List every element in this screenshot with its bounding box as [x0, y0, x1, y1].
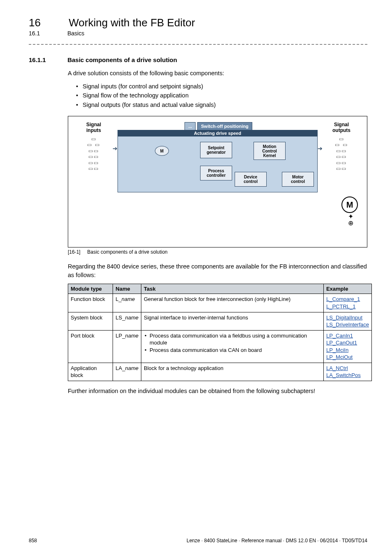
- cell-task: Process data communication via a fieldbu…: [141, 330, 324, 363]
- subsection-number: 16.1: [29, 30, 66, 37]
- name-italic: name: [122, 296, 135, 302]
- example-link[interactable]: L_PCTRL_1: [326, 303, 356, 310]
- motor-symbol-small: M: [155, 146, 169, 156]
- drive-solution-diagram: Signal inputs ▭▭ ▭▭▭▭▭▭▭▭▭ ➔ ➔ ... Switc…: [68, 116, 367, 247]
- actuating-panel-title: Actuating drive speed: [118, 130, 318, 136]
- chapter-number: 16: [29, 16, 66, 29]
- cell-example: LS_DigitalInput LS_DriveInterface: [323, 312, 371, 330]
- bullet-item: Signal flow of the technology applicatio…: [76, 91, 367, 100]
- cell-module-type: Application block: [68, 363, 113, 381]
- task-bullet: Process data communication via a fieldbu…: [150, 332, 321, 347]
- example-link[interactable]: LS_DigitalInput: [326, 314, 362, 321]
- page-footer: 858 Lenze · 8400 StateLine · Reference m…: [29, 538, 367, 543]
- intro-paragraph: A drive solution consists of the followi…: [68, 69, 367, 78]
- cell-name: L_name: [113, 294, 141, 312]
- tab-switch-off: Switch-off positioning: [197, 122, 252, 130]
- output-terminal-icons: ▭▭ ▭▭▭▭▭▭▭▭▭: [323, 136, 360, 171]
- process-controller-block: Process controller: [200, 166, 232, 180]
- tab-ellipsis: ...: [184, 122, 196, 130]
- figure-caption: [16-1] Basic components of a drive solut…: [68, 249, 367, 255]
- cell-task: Block for a technology application: [141, 363, 324, 381]
- section-title: Basic components of a drive solution: [67, 56, 177, 63]
- paragraph-after-figure: Regarding the 8400 device series, these …: [68, 262, 367, 280]
- table-row: System block LS_name Signal interface to…: [68, 312, 372, 330]
- name-prefix: L_: [115, 296, 121, 302]
- table-row: Function block L_name General function b…: [68, 294, 372, 312]
- name-prefix: LS_: [115, 314, 125, 321]
- component-bullet-list: Signal inputs (for control and setpoint …: [76, 82, 367, 109]
- motor-control-block: Motor control: [282, 172, 314, 187]
- footer-product: Lenze · 8400 StateLine · Reference manua…: [187, 538, 367, 543]
- subsection-title: Basics: [67, 30, 84, 37]
- name-prefix: LA_: [115, 365, 125, 371]
- signal-inputs-label: Signal inputs: [76, 122, 112, 134]
- cell-example: LP_CanIn1 LP_CanOut1 LP_MciIn LP_MciOut: [323, 330, 371, 363]
- cell-task: Signal interface to inverter-internal fu…: [141, 312, 324, 330]
- task-bullet: Process data communication via CAN on bo…: [150, 347, 321, 354]
- table-row: Port block LP_name Process data communic…: [68, 330, 372, 363]
- module-type-table: Module type Name Task Example Function b…: [68, 284, 372, 381]
- figure-caption-tag: [16-1]: [68, 249, 86, 255]
- table-header-task: Task: [141, 284, 324, 294]
- example-link[interactable]: LA_NCtrl: [326, 365, 348, 371]
- name-italic: name: [125, 333, 138, 339]
- chapter-heading: 16 Working with the FB Editor: [29, 16, 367, 29]
- bullet-item: Signal inputs (for control and setpoint …: [76, 82, 367, 91]
- cell-module-type: Port block: [68, 330, 113, 363]
- setpoint-generator-block: Setpoint generator: [200, 142, 232, 158]
- example-link[interactable]: L_Compare_1: [326, 296, 360, 302]
- chapter-title: Working with the FB Editor: [69, 16, 195, 29]
- cell-name: LA_name: [113, 363, 141, 381]
- motor-symbol-large: M: [341, 197, 358, 213]
- paragraph-after-table: Further information on the individual mo…: [68, 387, 367, 395]
- subsection-heading: 16.1 Basics: [29, 30, 367, 37]
- example-link[interactable]: LA_SwitchPos: [326, 372, 361, 378]
- cell-name: LS_name: [113, 312, 141, 330]
- table-header-name: Name: [113, 284, 141, 294]
- cell-name: LP_name: [113, 330, 141, 363]
- cell-example: LA_NCtrl LA_SwitchPos: [323, 363, 371, 381]
- example-link[interactable]: LP_MciIn: [326, 347, 348, 353]
- motion-control-kernel-block: Motion Control Kernel: [254, 142, 286, 160]
- cell-task: General function block for free intercon…: [141, 294, 324, 312]
- arrow-icon: ➔: [318, 145, 323, 152]
- page-number: 858: [29, 538, 37, 543]
- separator-rule: [29, 44, 367, 45]
- example-link[interactable]: LP_CanOut1: [326, 340, 357, 346]
- example-link[interactable]: LS_DriveInterface: [326, 321, 369, 328]
- figure-caption-text: Basic components of a drive solution: [87, 249, 167, 255]
- center-column: ... Switch-off positioning Actuating dri…: [118, 122, 318, 192]
- section-heading: 16.1.1 Basic components of a drive solut…: [29, 56, 367, 63]
- signal-outputs-column: Signal outputs ▭▭ ▭▭▭▭▭▭▭▭▭: [323, 122, 360, 171]
- bullet-item: Signal outputs (for status and actual va…: [76, 100, 367, 109]
- example-link[interactable]: LP_CanIn1: [326, 333, 353, 339]
- cell-module-type: System block: [68, 312, 113, 330]
- name-italic: name: [125, 365, 138, 371]
- cell-example: L_Compare_1 L_PCTRL_1: [323, 294, 371, 312]
- arrow-icon: ➔: [113, 145, 118, 152]
- cell-module-type: Function block: [68, 294, 113, 312]
- name-prefix: LP_: [115, 333, 125, 339]
- table-row: Application block LA_name Block for a te…: [68, 363, 372, 381]
- table-header-module-type: Module type: [68, 284, 113, 294]
- device-control-block: Device control: [235, 172, 267, 187]
- signal-outputs-label: Signal outputs: [323, 122, 360, 134]
- section-number: 16.1.1: [29, 56, 66, 63]
- input-terminal-icons: ▭▭ ▭▭▭▭▭▭▭▭▭: [76, 136, 112, 171]
- example-link[interactable]: LP_MciOut: [326, 354, 353, 360]
- name-italic: name: [125, 314, 138, 321]
- table-header-example: Example: [323, 284, 371, 294]
- motor-aux-icons: ✦⊕: [343, 213, 358, 227]
- signal-inputs-column: Signal inputs ▭▭ ▭▭▭▭▭▭▭▭▭: [76, 122, 112, 171]
